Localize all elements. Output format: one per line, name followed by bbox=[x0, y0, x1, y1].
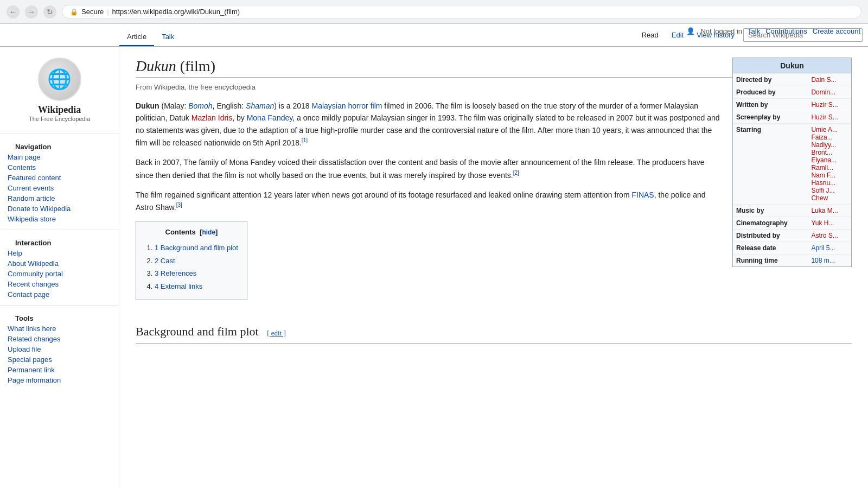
sidebar-item-community[interactable]: Community portal bbox=[8, 269, 111, 279]
infobox-row-screenplay: Screenplay by Huzir S... bbox=[733, 111, 851, 124]
infobox-label-music: Music by bbox=[733, 205, 808, 217]
infobox-value-written[interactable]: Huzir S... bbox=[811, 101, 838, 109]
sidebar-item-permanent[interactable]: Permanent link bbox=[8, 365, 111, 375]
url-full: https://en.wikipedia.org/wiki/Dukun_(fil… bbox=[112, 8, 240, 16]
sidebar-item-main-page[interactable]: Main page bbox=[8, 152, 111, 162]
toc-label-1: Background and film plot bbox=[161, 244, 238, 252]
toc-link-2[interactable]: 2 Cast bbox=[155, 257, 175, 265]
action-read[interactable]: Read bbox=[637, 29, 663, 41]
create-account-link[interactable]: Create account bbox=[813, 27, 860, 35]
infobox-row-produced: Produced by Domin... bbox=[733, 86, 851, 99]
toc-label: Contents bbox=[165, 228, 196, 236]
sidebar-item-featured[interactable]: Featured content bbox=[8, 173, 111, 183]
sidebar-item-current-events[interactable]: Current events bbox=[8, 183, 111, 193]
infobox-value-cinematography[interactable]: Yuk H... bbox=[811, 219, 834, 227]
address-bar[interactable]: 🔒 Secure | https://en.wikipedia.org/wiki… bbox=[62, 5, 861, 18]
infobox-label-release: Release date bbox=[733, 242, 808, 255]
mona-link[interactable]: Mona Fandey bbox=[247, 113, 293, 122]
toc-hide-link[interactable]: hide bbox=[202, 228, 215, 236]
toc-link-1[interactable]: 1 Background and film plot bbox=[155, 244, 238, 252]
infobox-label-runtime: Running time bbox=[733, 255, 808, 267]
infobox-value-distributed[interactable]: Astro S... bbox=[811, 232, 838, 239]
infobox-value-music[interactable]: Luka M... bbox=[811, 207, 838, 214]
bomoh-link[interactable]: Bomoh bbox=[188, 101, 212, 110]
ref2-link[interactable]: [2] bbox=[513, 170, 519, 176]
sidebar-item-about[interactable]: About Wikipedia bbox=[8, 258, 111, 269]
refresh-button[interactable]: ↻ bbox=[43, 5, 56, 18]
section-bg-edit[interactable]: [ edit ] bbox=[267, 329, 286, 337]
starring-hasnu[interactable]: Hasnu... bbox=[811, 179, 835, 187]
sidebar-item-recent[interactable]: Recent changes bbox=[8, 279, 111, 289]
tab-article[interactable]: Article bbox=[119, 28, 154, 46]
back-button[interactable]: ← bbox=[7, 5, 20, 18]
starring-chew[interactable]: Chew bbox=[811, 194, 828, 202]
infobox-row-runtime: Running time 108 m... bbox=[733, 255, 851, 267]
starring-soffi[interactable]: Soffi J... bbox=[811, 187, 834, 194]
toc-title: Contents [hide] bbox=[145, 227, 238, 238]
contributions-link[interactable]: Contributions bbox=[765, 27, 807, 35]
starring-ramli[interactable]: Ramli... bbox=[811, 164, 833, 172]
infobox-row-cinematography: Cinematography Yuk H... bbox=[733, 217, 851, 230]
ref3-link[interactable]: [3] bbox=[176, 202, 182, 208]
ref1-link[interactable]: [1] bbox=[302, 137, 308, 143]
toc-num-1: 1 bbox=[155, 244, 158, 252]
infobox-value-produced[interactable]: Domin... bbox=[811, 88, 835, 96]
shaman-link[interactable]: Shaman bbox=[246, 101, 274, 110]
tab-talk[interactable]: Talk bbox=[154, 28, 182, 46]
main-area: 🌐 Wikipedia The Free Encyclopedia Naviga… bbox=[0, 47, 868, 489]
starring-bront[interactable]: Bront... bbox=[811, 149, 832, 156]
toc-link-4[interactable]: 4 External links bbox=[155, 282, 202, 290]
toc-link-3[interactable]: 3 References bbox=[155, 269, 196, 277]
interaction-section: Interaction Help About Wikipedia Communi… bbox=[0, 233, 119, 302]
infobox-label-directed: Directed by bbox=[733, 74, 808, 86]
sidebar-item-page-info[interactable]: Page information bbox=[8, 375, 111, 385]
infobox-label-cinematography: Cinematography bbox=[733, 217, 808, 230]
starring-faiza[interactable]: Faiza... bbox=[811, 134, 832, 141]
bold-dukun: Dukun bbox=[136, 101, 159, 110]
sidebar-logo: 🌐 Wikipedia The Free Encyclopedia bbox=[0, 52, 119, 130]
sidebar-item-upload[interactable]: Upload file bbox=[8, 344, 111, 354]
page-title-italic: Dukun bbox=[136, 58, 176, 74]
toc-num-4: 4 bbox=[155, 282, 158, 290]
finas-link[interactable]: FINAS bbox=[631, 190, 654, 199]
toc-item-3: 3 References bbox=[155, 268, 238, 280]
not-logged-in-icon: 👤 bbox=[686, 27, 695, 35]
page-wrapper: 👤 Not logged in Talk Contributions Creat… bbox=[0, 24, 868, 489]
navigation-section: Navigation Main page Contents Featured c… bbox=[0, 137, 119, 226]
starring-nam[interactable]: Nam F... bbox=[811, 172, 835, 179]
sidebar-item-random[interactable]: Random article bbox=[8, 193, 111, 204]
sidebar-item-related[interactable]: Related changes bbox=[8, 334, 111, 344]
starring-nadiyy[interactable]: Nadiyy... bbox=[811, 141, 836, 149]
starring-elyana[interactable]: Elyana... bbox=[811, 156, 837, 164]
infobox-value-directed[interactable]: Dain S... bbox=[811, 76, 836, 84]
toc-label-3: References bbox=[161, 269, 196, 277]
infobox-row-directed: Directed by Dain S... bbox=[733, 74, 851, 86]
wiki-globe-icon: 🌐 bbox=[38, 58, 81, 101]
toc-item-2: 2 Cast bbox=[155, 256, 238, 267]
malay-label: Malay: bbox=[164, 101, 186, 110]
toc-list: 1 Background and film plot 2 Cast bbox=[145, 243, 238, 293]
mazlan-link[interactable]: Mazlan Idris bbox=[192, 113, 232, 122]
forward-button[interactable]: → bbox=[25, 5, 38, 18]
wiki-title: Wikipedia bbox=[0, 104, 119, 116]
infobox-value-screenplay[interactable]: Huzir S... bbox=[811, 113, 838, 121]
infobox-label-produced: Produced by bbox=[733, 86, 808, 99]
talk-link[interactable]: Talk bbox=[748, 27, 760, 35]
sidebar-item-help[interactable]: Help bbox=[8, 248, 111, 258]
infobox-label-distributed: Distributed by bbox=[733, 230, 808, 242]
infobox-row-distributed: Distributed by Astro S... bbox=[733, 230, 851, 242]
infobox-row-written: Written by Huzir S... bbox=[733, 99, 851, 111]
sidebar-item-store[interactable]: Wikipedia store bbox=[8, 214, 111, 224]
sidebar-item-donate[interactable]: Donate to Wikipedia bbox=[8, 204, 111, 214]
wiki-subtitle: The Free Encyclopedia bbox=[0, 116, 119, 122]
sidebar-item-what-links[interactable]: What links here bbox=[8, 323, 111, 334]
sidebar-item-special[interactable]: Special pages bbox=[8, 354, 111, 365]
article-content: Dukun Directed by Dain S... Produced by … bbox=[119, 47, 868, 489]
sidebar-item-contents[interactable]: Contents bbox=[8, 162, 111, 173]
malaysian-horror-link[interactable]: Malaysian horror film bbox=[312, 101, 382, 110]
starring-umie[interactable]: Umie A... bbox=[811, 126, 838, 134]
browser-chrome: ← → ↻ 🔒 Secure | https://en.wikipedia.or… bbox=[0, 0, 868, 24]
infobox-label-starring: Starring bbox=[733, 124, 808, 205]
interaction-header: Interaction bbox=[8, 237, 111, 248]
sidebar-item-contact[interactable]: Contact page bbox=[8, 289, 111, 300]
